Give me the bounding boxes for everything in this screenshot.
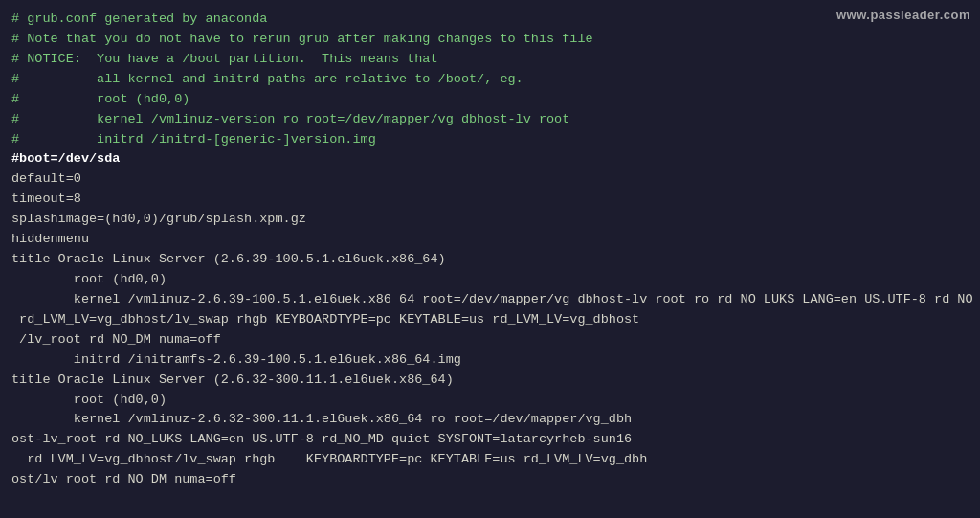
watermark: www.passleader.com	[836, 8, 970, 22]
line-16: initrd /initramfs-2.6.39-100.5.1.el6uek.…	[11, 352, 461, 367]
line-2: # Note that you do not have to rerun gru…	[11, 32, 593, 46]
line-3: # NOTICE: You have a /boot partition. Th…	[11, 52, 438, 66]
line-6: # kernel /vmlinuz-version ro root=/dev/m…	[11, 112, 569, 126]
line-1: # grub.conf generated by anaconda	[11, 11, 267, 26]
line-18: root (hd0,0)	[11, 393, 167, 407]
line-5: # root (hd0,0)	[11, 92, 189, 106]
line-10: timeout=8	[11, 191, 81, 206]
line-14: root (hd0,0)	[11, 272, 167, 286]
line-9: default=0	[11, 171, 81, 186]
line-8: #boot=/dev/sda	[11, 151, 120, 166]
line-19: kernel /vmlinuz-2.6.32-300.11.1.el6uek.x…	[11, 412, 647, 486]
line-13: title Oracle Linux Server (2.6.39-100.5.…	[11, 252, 446, 266]
terminal-window: www.passleader.com # grub.conf generated…	[0, 0, 980, 518]
code-content: # grub.conf generated by anaconda # Note…	[0, 0, 980, 500]
line-12: hiddenmenu	[11, 232, 89, 246]
line-4: # all kernel and initrd paths are relati…	[11, 72, 523, 86]
line-11: splashimage=(hd0,0)/grub/splash.xpm.gz	[11, 212, 306, 226]
line-7: # initrd /initrd-[generic-]version.img	[11, 132, 376, 146]
line-17: title Oracle Linux Server (2.6.32-300.11…	[11, 372, 454, 387]
line-15: kernel /vmlinuz-2.6.39-100.5.1.el6uek.x8…	[11, 292, 980, 347]
